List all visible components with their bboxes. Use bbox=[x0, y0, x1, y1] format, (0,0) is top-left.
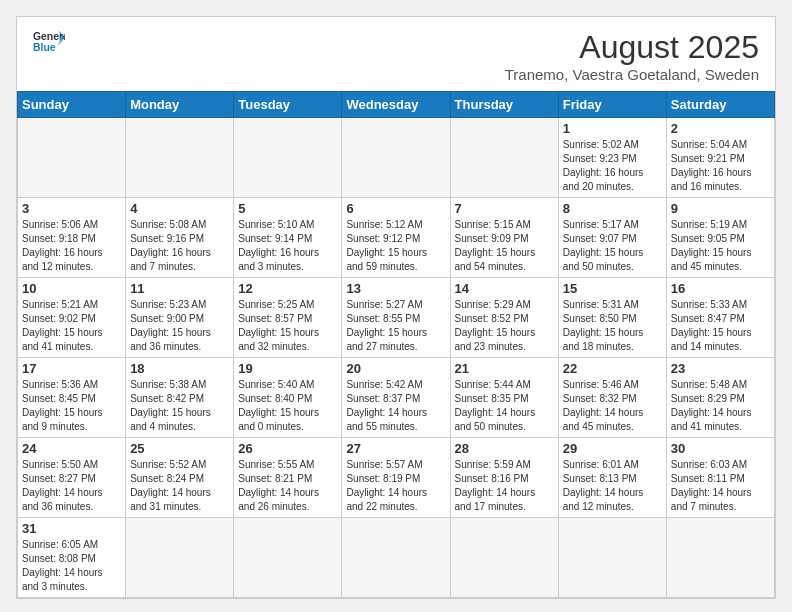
day-cell: 31Sunrise: 6:05 AM Sunset: 8:08 PM Dayli… bbox=[18, 518, 126, 598]
week-row-0: 1Sunrise: 5:02 AM Sunset: 9:23 PM Daylig… bbox=[18, 118, 775, 198]
day-number: 16 bbox=[671, 281, 770, 296]
day-cell: 16Sunrise: 5:33 AM Sunset: 8:47 PM Dayli… bbox=[666, 278, 774, 358]
day-cell: 21Sunrise: 5:44 AM Sunset: 8:35 PM Dayli… bbox=[450, 358, 558, 438]
day-info: Sunrise: 5:55 AM Sunset: 8:21 PM Dayligh… bbox=[238, 458, 337, 514]
day-number: 12 bbox=[238, 281, 337, 296]
weekday-header-tuesday: Tuesday bbox=[234, 92, 342, 118]
day-cell: 19Sunrise: 5:40 AM Sunset: 8:40 PM Dayli… bbox=[234, 358, 342, 438]
weekday-header-sunday: Sunday bbox=[18, 92, 126, 118]
day-info: Sunrise: 5:02 AM Sunset: 9:23 PM Dayligh… bbox=[563, 138, 662, 194]
day-number: 6 bbox=[346, 201, 445, 216]
day-info: Sunrise: 5:21 AM Sunset: 9:02 PM Dayligh… bbox=[22, 298, 121, 354]
day-number: 23 bbox=[671, 361, 770, 376]
day-number: 28 bbox=[455, 441, 554, 456]
day-cell: 23Sunrise: 5:48 AM Sunset: 8:29 PM Dayli… bbox=[666, 358, 774, 438]
day-cell bbox=[126, 518, 234, 598]
day-cell bbox=[342, 118, 450, 198]
day-number: 24 bbox=[22, 441, 121, 456]
day-cell: 9Sunrise: 5:19 AM Sunset: 9:05 PM Daylig… bbox=[666, 198, 774, 278]
day-cell: 1Sunrise: 5:02 AM Sunset: 9:23 PM Daylig… bbox=[558, 118, 666, 198]
day-number: 19 bbox=[238, 361, 337, 376]
day-number: 31 bbox=[22, 521, 121, 536]
day-number: 30 bbox=[671, 441, 770, 456]
day-info: Sunrise: 5:52 AM Sunset: 8:24 PM Dayligh… bbox=[130, 458, 229, 514]
day-cell bbox=[18, 118, 126, 198]
weekday-header-wednesday: Wednesday bbox=[342, 92, 450, 118]
day-info: Sunrise: 6:03 AM Sunset: 8:11 PM Dayligh… bbox=[671, 458, 770, 514]
day-cell bbox=[126, 118, 234, 198]
day-info: Sunrise: 5:33 AM Sunset: 8:47 PM Dayligh… bbox=[671, 298, 770, 354]
day-number: 18 bbox=[130, 361, 229, 376]
day-info: Sunrise: 5:27 AM Sunset: 8:55 PM Dayligh… bbox=[346, 298, 445, 354]
day-cell: 5Sunrise: 5:10 AM Sunset: 9:14 PM Daylig… bbox=[234, 198, 342, 278]
weekday-header-thursday: Thursday bbox=[450, 92, 558, 118]
day-cell: 17Sunrise: 5:36 AM Sunset: 8:45 PM Dayli… bbox=[18, 358, 126, 438]
day-cell: 14Sunrise: 5:29 AM Sunset: 8:52 PM Dayli… bbox=[450, 278, 558, 358]
day-number: 8 bbox=[563, 201, 662, 216]
day-cell bbox=[234, 118, 342, 198]
week-row-4: 24Sunrise: 5:50 AM Sunset: 8:27 PM Dayli… bbox=[18, 438, 775, 518]
calendar-container: General Blue August 2025 Tranemo, Vaestr… bbox=[16, 16, 776, 599]
day-cell: 26Sunrise: 5:55 AM Sunset: 8:21 PM Dayli… bbox=[234, 438, 342, 518]
day-number: 14 bbox=[455, 281, 554, 296]
day-number: 22 bbox=[563, 361, 662, 376]
day-cell: 2Sunrise: 5:04 AM Sunset: 9:21 PM Daylig… bbox=[666, 118, 774, 198]
day-number: 21 bbox=[455, 361, 554, 376]
day-info: Sunrise: 5:42 AM Sunset: 8:37 PM Dayligh… bbox=[346, 378, 445, 434]
day-cell bbox=[342, 518, 450, 598]
calendar-table: SundayMondayTuesdayWednesdayThursdayFrid… bbox=[17, 91, 775, 598]
logo: General Blue bbox=[33, 29, 65, 53]
day-info: Sunrise: 5:40 AM Sunset: 8:40 PM Dayligh… bbox=[238, 378, 337, 434]
weekday-header-saturday: Saturday bbox=[666, 92, 774, 118]
day-number: 25 bbox=[130, 441, 229, 456]
day-number: 17 bbox=[22, 361, 121, 376]
title-block: August 2025 Tranemo, Vaestra Goetaland, … bbox=[505, 29, 759, 83]
week-row-5: 31Sunrise: 6:05 AM Sunset: 8:08 PM Dayli… bbox=[18, 518, 775, 598]
day-cell: 29Sunrise: 6:01 AM Sunset: 8:13 PM Dayli… bbox=[558, 438, 666, 518]
day-cell bbox=[666, 518, 774, 598]
day-cell: 13Sunrise: 5:27 AM Sunset: 8:55 PM Dayli… bbox=[342, 278, 450, 358]
weekday-header-friday: Friday bbox=[558, 92, 666, 118]
day-info: Sunrise: 5:19 AM Sunset: 9:05 PM Dayligh… bbox=[671, 218, 770, 274]
day-cell: 28Sunrise: 5:59 AM Sunset: 8:16 PM Dayli… bbox=[450, 438, 558, 518]
svg-text:Blue: Blue bbox=[33, 42, 56, 53]
day-info: Sunrise: 5:17 AM Sunset: 9:07 PM Dayligh… bbox=[563, 218, 662, 274]
day-cell: 20Sunrise: 5:42 AM Sunset: 8:37 PM Dayli… bbox=[342, 358, 450, 438]
day-number: 1 bbox=[563, 121, 662, 136]
day-info: Sunrise: 5:44 AM Sunset: 8:35 PM Dayligh… bbox=[455, 378, 554, 434]
day-number: 4 bbox=[130, 201, 229, 216]
day-cell bbox=[234, 518, 342, 598]
calendar-body: 1Sunrise: 5:02 AM Sunset: 9:23 PM Daylig… bbox=[18, 118, 775, 598]
day-info: Sunrise: 5:31 AM Sunset: 8:50 PM Dayligh… bbox=[563, 298, 662, 354]
day-info: Sunrise: 5:38 AM Sunset: 8:42 PM Dayligh… bbox=[130, 378, 229, 434]
weekday-header-row: SundayMondayTuesdayWednesdayThursdayFrid… bbox=[18, 92, 775, 118]
day-cell: 18Sunrise: 5:38 AM Sunset: 8:42 PM Dayli… bbox=[126, 358, 234, 438]
day-cell: 6Sunrise: 5:12 AM Sunset: 9:12 PM Daylig… bbox=[342, 198, 450, 278]
day-number: 7 bbox=[455, 201, 554, 216]
day-cell: 30Sunrise: 6:03 AM Sunset: 8:11 PM Dayli… bbox=[666, 438, 774, 518]
week-row-2: 10Sunrise: 5:21 AM Sunset: 9:02 PM Dayli… bbox=[18, 278, 775, 358]
day-info: Sunrise: 5:06 AM Sunset: 9:18 PM Dayligh… bbox=[22, 218, 121, 274]
day-number: 29 bbox=[563, 441, 662, 456]
day-info: Sunrise: 5:23 AM Sunset: 9:00 PM Dayligh… bbox=[130, 298, 229, 354]
day-number: 11 bbox=[130, 281, 229, 296]
day-info: Sunrise: 5:48 AM Sunset: 8:29 PM Dayligh… bbox=[671, 378, 770, 434]
day-number: 13 bbox=[346, 281, 445, 296]
logo-icon: General Blue bbox=[33, 29, 65, 53]
day-info: Sunrise: 5:29 AM Sunset: 8:52 PM Dayligh… bbox=[455, 298, 554, 354]
day-number: 20 bbox=[346, 361, 445, 376]
day-cell: 25Sunrise: 5:52 AM Sunset: 8:24 PM Dayli… bbox=[126, 438, 234, 518]
week-row-3: 17Sunrise: 5:36 AM Sunset: 8:45 PM Dayli… bbox=[18, 358, 775, 438]
day-cell bbox=[558, 518, 666, 598]
week-row-1: 3Sunrise: 5:06 AM Sunset: 9:18 PM Daylig… bbox=[18, 198, 775, 278]
day-number: 2 bbox=[671, 121, 770, 136]
day-number: 10 bbox=[22, 281, 121, 296]
day-number: 15 bbox=[563, 281, 662, 296]
day-cell: 12Sunrise: 5:25 AM Sunset: 8:57 PM Dayli… bbox=[234, 278, 342, 358]
calendar-header: General Blue August 2025 Tranemo, Vaestr… bbox=[17, 17, 775, 91]
day-info: Sunrise: 5:36 AM Sunset: 8:45 PM Dayligh… bbox=[22, 378, 121, 434]
day-cell: 8Sunrise: 5:17 AM Sunset: 9:07 PM Daylig… bbox=[558, 198, 666, 278]
day-info: Sunrise: 5:57 AM Sunset: 8:19 PM Dayligh… bbox=[346, 458, 445, 514]
location-title: Tranemo, Vaestra Goetaland, Sweden bbox=[505, 66, 759, 83]
day-info: Sunrise: 6:05 AM Sunset: 8:08 PM Dayligh… bbox=[22, 538, 121, 594]
